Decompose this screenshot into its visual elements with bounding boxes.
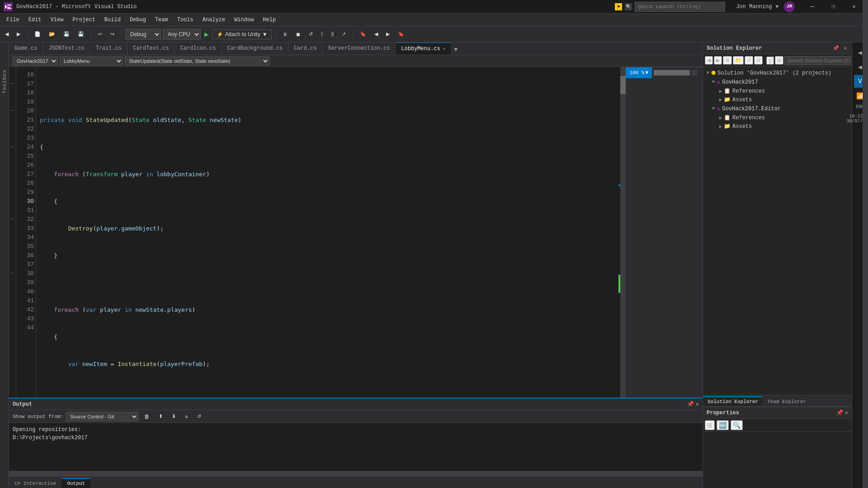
toolbar-btn-2[interactable]: ⏹ [292,30,304,39]
start-button[interactable]: ▶ [203,29,211,40]
assets-govhack[interactable]: ▶ 📁 Assets [703,95,852,104]
menu-edit[interactable]: Edit [24,15,46,25]
restore-button[interactable]: ❐ [823,0,844,14]
toolbar-btn-1[interactable]: ⏸ [279,30,291,39]
redo-button[interactable]: ↪ [107,29,118,39]
quick-launch-input[interactable]: Quick Launch (Ctrl+Q) [635,2,725,12]
tab-trait[interactable]: Trait.cs [90,42,128,55]
assets-editor[interactable]: ▶ 📁 Assets [703,122,852,131]
toolbar-btn-3[interactable]: ↺ [306,29,316,39]
menu-help[interactable]: Help [258,15,280,25]
debug-mode-dropdown[interactable]: Debug Release [125,29,161,40]
references-govhack[interactable]: ▶ 📋 References [703,87,852,95]
output-hscrollbar[interactable] [9,471,703,476]
fold-31[interactable]: ─ [9,215,16,224]
code-hscrollbar[interactable] [654,70,690,75]
code-vscrollbar[interactable] [620,67,626,398]
tab-game[interactable]: Game.cs [9,42,43,55]
properties-categorized-btn[interactable]: ⊞ [705,420,715,430]
user-dropdown-arrow[interactable]: ▼ [775,4,778,9]
method-select[interactable]: StateUpdated(State oldState, State newSt… [125,56,269,66]
project-editor[interactable]: ▼ ◆ GovHack2017.Editor [703,104,852,113]
tab-lobbymenu-close[interactable]: ✕ [443,46,446,52]
toolbar-btn-4[interactable]: ⟩ [318,29,326,39]
output-source-select[interactable]: Source Control - Git Build Debug [66,412,138,421]
se-show-all-button[interactable]: 📁 [733,56,744,65]
se-tab-solution[interactable]: Solution Explorer [703,396,763,406]
properties-close[interactable]: ✕ [845,409,848,416]
toolbar-btn-5[interactable]: ⟩| [328,29,337,39]
tab-jsontest[interactable]: JSONTest.cs [43,42,90,55]
minimize-button[interactable]: ─ [802,0,823,14]
fold-17[interactable]: ─ [9,80,16,89]
menu-view[interactable]: View [46,15,68,25]
bookmark-button[interactable]: 🔖 [357,29,369,39]
tab-serverconnection[interactable]: ServerConnection.cs [323,42,396,55]
attach-dropdown-arrow[interactable]: ▼ [262,31,268,38]
tab-cardtext[interactable]: CardText.cs [127,42,175,55]
menu-project[interactable]: Project [68,15,99,25]
menu-build[interactable]: Build [100,15,125,25]
tab-lobbymenu[interactable]: LobbyMenu.cs ✕ [396,42,451,55]
output-btn-1[interactable]: ⬆ [156,412,166,421]
se-collapse-button[interactable]: ⊟ [754,56,763,65]
code-editor-content[interactable]: private void StateUpdated(State oldState… [36,67,618,398]
cpu-dropdown[interactable]: Any CPU x86 x64 [163,29,201,40]
solution-search-input[interactable] [784,56,853,65]
se-properties-button[interactable]: ⚙ [723,56,732,65]
menu-team[interactable]: Team [151,15,173,25]
output-btn-3[interactable]: ≡ [182,412,191,421]
clear-output-button[interactable]: 🗑 [141,412,153,422]
tab-output[interactable]: Output [61,478,90,488]
undo-button[interactable]: ↩ [95,29,105,39]
zoom-dropdown-arrow[interactable]: ▼ [645,70,648,75]
hscroll-thumb[interactable] [654,70,690,75]
menu-tools[interactable]: Tools [173,15,198,25]
output-panel-close[interactable]: ✕ [696,401,699,408]
output-pin-icon[interactable]: 📌 [687,401,694,408]
references-editor[interactable]: ▶ 📋 References [703,113,852,122]
tab-cardicon[interactable]: CardIcon.cs [175,42,222,55]
close-button[interactable]: ✕ [844,0,864,14]
save-button[interactable]: 💾 [60,29,73,39]
new-file-button[interactable]: 📄 [31,29,44,39]
fold-19[interactable]: ─ [9,107,16,116]
tabs-overflow-button[interactable]: ▼ [452,45,460,55]
se-extra-button[interactable]: ⊞ [775,56,783,65]
bookmark-prev[interactable]: ◀ [371,29,381,39]
output-btn-4[interactable]: ↺ [194,412,204,421]
project-govhack[interactable]: ▼ ◆ GovHack2017 [703,77,852,87]
properties-alphabetical-btn[interactable]: 🔤 [717,420,729,430]
zoom-control[interactable]: 100 % ▼ [626,67,652,78]
bookmark-next[interactable]: ▶ [383,29,393,39]
solution-root[interactable]: ▼ ⬢ Solution 'GovHack2017' (2 projects) [703,69,852,77]
se-pin-button[interactable]: 📌 [831,45,840,52]
menu-window[interactable]: Window [230,15,258,25]
save-all-button[interactable]: 💾 [75,29,87,39]
open-button[interactable]: 📂 [46,29,58,39]
attach-to-unity-button[interactable]: ⚡ Attach to Unity ▼ [212,29,272,39]
properties-search-btn[interactable]: 🔍 [731,420,743,430]
se-forward-button[interactable]: ▶ [714,56,722,65]
tab-cardbackground[interactable]: CardBackground.cs [222,42,288,55]
se-back-button[interactable]: ◀ [705,56,713,65]
forward-button[interactable]: ▶ [14,29,24,39]
menu-debug[interactable]: Debug [125,15,151,25]
back-button[interactable]: ◀ [2,29,12,39]
tab-csharp-interactive[interactable]: C# Interactive [9,479,61,488]
output-btn-2[interactable]: ⬇ [169,412,179,421]
fold-24[interactable]: ─ [9,143,16,152]
namespace-select[interactable]: GovHack2017 [13,56,58,66]
bookmark-clear[interactable]: 🔖 [395,29,407,39]
class-select[interactable]: LobbyMenu [60,56,123,66]
menu-analyze[interactable]: Analyze [198,15,230,25]
se-close-button[interactable]: ✕ [842,45,848,52]
se-code-button[interactable]: {} [766,56,774,65]
toolbar-btn-6[interactable]: ↗ [339,29,349,39]
vscroll-thumb[interactable] [620,76,626,94]
se-tab-team[interactable]: Team Explorer [763,397,811,406]
se-refresh-button[interactable]: ↺ [745,56,753,65]
properties-pin[interactable]: 📌 [836,409,843,416]
menu-file[interactable]: File [2,15,24,25]
tab-card[interactable]: Card.cs [288,42,322,55]
